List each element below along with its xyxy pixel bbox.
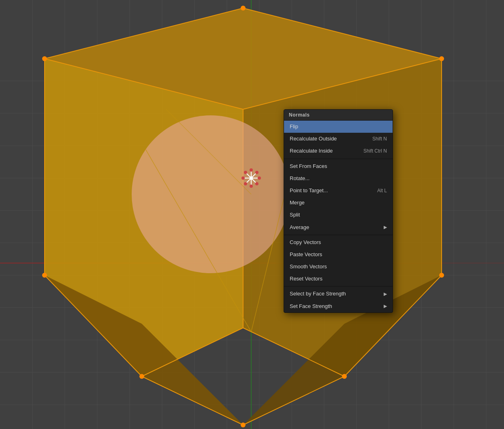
svg-point-67 xyxy=(250,168,253,172)
menu-item-label: Recalculate Outside xyxy=(290,135,337,142)
menu-item-set-face-strength[interactable]: Set Face Strength ▶ xyxy=(284,300,393,312)
menu-item-reset-vectors[interactable]: Reset Vectors xyxy=(284,273,393,285)
submenu-arrow-icon: ▶ xyxy=(384,291,387,297)
svg-rect-72 xyxy=(250,176,253,180)
svg-point-65 xyxy=(241,176,245,180)
menu-title: Normals xyxy=(284,110,393,121)
menu-item-copy-vectors[interactable]: Copy Vectors xyxy=(284,236,393,248)
svg-point-53 xyxy=(139,374,144,379)
menu-separator xyxy=(284,235,393,235)
menu-shortcut: Shift Ctrl N xyxy=(363,148,387,155)
svg-point-69 xyxy=(244,171,247,174)
menu-item-label: Flip xyxy=(290,123,298,130)
svg-point-51 xyxy=(42,273,47,278)
svg-point-56 xyxy=(132,115,290,273)
svg-point-64 xyxy=(258,176,261,180)
menu-item-point-to-target[interactable]: Point to Target... Alt L xyxy=(284,185,393,197)
menu-item-select-by-face-strength[interactable]: Select by Face Strength ▶ xyxy=(284,288,393,300)
menu-item-label: Copy Vectors xyxy=(290,239,321,246)
submenu-arrow-icon: ▶ xyxy=(384,224,387,230)
menu-item-average[interactable]: Average ▶ xyxy=(284,221,393,234)
menu-item-merge[interactable]: Merge xyxy=(284,197,393,209)
svg-point-68 xyxy=(255,182,258,185)
menu-item-paste-vectors[interactable]: Paste Vectors xyxy=(284,248,393,261)
svg-point-49 xyxy=(241,6,246,11)
menu-item-label: Select by Face Strength xyxy=(290,290,346,297)
menu-item-rotate[interactable]: Rotate... xyxy=(284,172,393,185)
svg-point-50 xyxy=(439,56,444,61)
svg-point-71 xyxy=(244,182,247,185)
menu-item-label: Recalculate Inside xyxy=(290,147,333,155)
menu-item-smooth-vectors[interactable]: Smooth Vectors xyxy=(284,261,393,273)
menu-separator xyxy=(284,159,393,159)
svg-point-70 xyxy=(255,171,258,174)
menu-item-label: Point to Target... xyxy=(290,187,328,194)
menu-item-label: Set Face Strength xyxy=(290,303,332,310)
menu-shortcut: Alt L xyxy=(377,187,387,194)
menu-item-label: Paste Vectors xyxy=(290,251,322,258)
menu-item-label: Set From Faces xyxy=(290,163,327,170)
scene-svg xyxy=(0,0,504,429)
menu-item-label: Merge xyxy=(290,199,305,206)
viewport[interactable] xyxy=(0,0,504,429)
menu-item-flip[interactable]: Flip xyxy=(284,121,393,133)
submenu-arrow-icon: ▶ xyxy=(384,303,387,309)
svg-point-48 xyxy=(42,56,47,61)
menu-item-label: Rotate... xyxy=(290,175,310,182)
menu-item-label: Average xyxy=(290,224,309,231)
menu-item-recalculate-outside[interactable]: Recalculate Outside Shift N xyxy=(284,133,393,145)
menu-item-recalculate-inside[interactable]: Recalculate Inside Shift Ctrl N xyxy=(284,145,393,157)
svg-point-54 xyxy=(241,423,246,427)
menu-shortcut: Shift N xyxy=(372,136,387,142)
svg-point-52 xyxy=(439,273,444,278)
context-menu[interactable]: Normals Flip Recalculate Outside Shift N… xyxy=(284,109,393,313)
menu-item-label: Smooth Vectors xyxy=(290,263,327,270)
svg-point-66 xyxy=(250,185,253,188)
menu-item-label: Split xyxy=(290,211,300,219)
menu-item-label: Reset Vectors xyxy=(290,275,322,282)
menu-separator xyxy=(284,286,393,287)
menu-item-set-from-faces[interactable]: Set From Faces xyxy=(284,160,393,172)
menu-item-split[interactable]: Split xyxy=(284,209,393,221)
svg-point-55 xyxy=(342,374,347,379)
